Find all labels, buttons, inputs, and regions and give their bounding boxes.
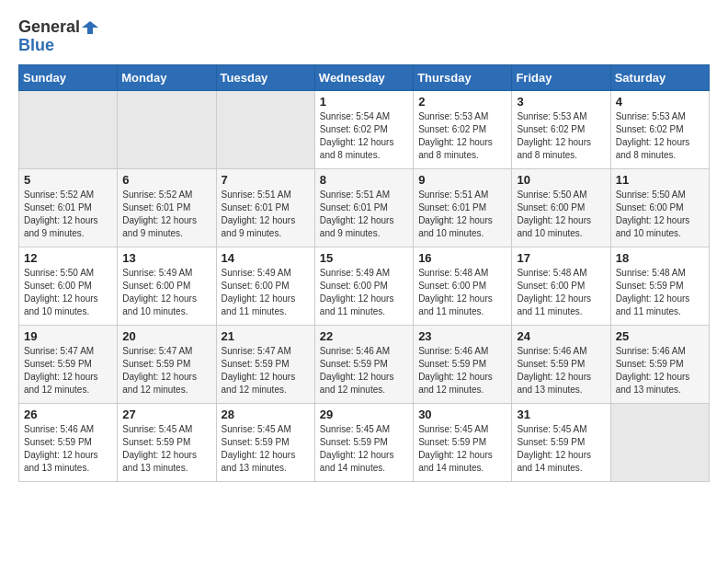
calendar-cell-29: 29Sunrise: 5:45 AMSunset: 5:59 PMDayligh…: [314, 403, 413, 481]
day-number: 10: [517, 173, 605, 187]
day-info: Sunrise: 5:48 AMSunset: 5:59 PMDaylight:…: [616, 267, 704, 318]
day-number: 25: [616, 329, 704, 343]
day-number: 9: [418, 173, 506, 187]
day-number: 24: [517, 329, 605, 343]
day-info: Sunrise: 5:46 AMSunset: 5:59 PMDaylight:…: [320, 345, 408, 396]
day-number: 15: [320, 251, 408, 265]
day-number: 23: [418, 329, 506, 343]
day-number: 8: [320, 173, 408, 187]
week-row-1: 1Sunrise: 5:54 AMSunset: 6:02 PMDaylight…: [19, 90, 710, 168]
day-number: 19: [24, 329, 112, 343]
day-info: Sunrise: 5:53 AMSunset: 6:02 PMDaylight:…: [418, 110, 506, 162]
calendar-cell-4: 4Sunrise: 5:53 AMSunset: 6:02 PMDaylight…: [610, 90, 709, 168]
calendar-cell-empty: [19, 90, 118, 168]
day-info: Sunrise: 5:45 AMSunset: 5:59 PMDaylight:…: [320, 423, 408, 475]
calendar-cell-8: 8Sunrise: 5:51 AMSunset: 6:01 PMDaylight…: [314, 168, 413, 247]
weekday-header-thursday: Thursday: [414, 64, 512, 90]
day-info: Sunrise: 5:54 AMSunset: 6:02 PMDaylight:…: [320, 110, 408, 162]
calendar-cell-17: 17Sunrise: 5:48 AMSunset: 6:00 PMDayligh…: [512, 247, 610, 325]
weekday-header-friday: Friday: [512, 64, 610, 90]
calendar-cell-22: 22Sunrise: 5:46 AMSunset: 5:59 PMDayligh…: [314, 325, 413, 403]
weekday-header-wednesday: Wednesday: [314, 64, 413, 90]
calendar-cell-6: 6Sunrise: 5:52 AMSunset: 6:01 PMDaylight…: [118, 168, 216, 247]
calendar-cell-25: 25Sunrise: 5:46 AMSunset: 5:59 PMDayligh…: [610, 325, 709, 403]
day-number: 20: [122, 329, 210, 343]
calendar-cell-21: 21Sunrise: 5:47 AMSunset: 5:59 PMDayligh…: [216, 325, 314, 403]
calendar-cell-empty: [118, 90, 216, 168]
day-number: 21: [222, 329, 310, 343]
day-info: Sunrise: 5:47 AMSunset: 5:59 PMDaylight:…: [24, 345, 112, 396]
calendar-cell-15: 15Sunrise: 5:49 AMSunset: 6:00 PMDayligh…: [314, 247, 413, 325]
weekday-header-saturday: Saturday: [610, 64, 709, 90]
calendar-cell-empty: [216, 90, 314, 168]
day-number: 16: [418, 251, 506, 265]
calendar-cell-7: 7Sunrise: 5:51 AMSunset: 6:01 PMDaylight…: [216, 168, 314, 247]
day-number: 27: [122, 408, 210, 421]
day-info: Sunrise: 5:46 AMSunset: 5:59 PMDaylight:…: [616, 345, 704, 396]
day-number: 1: [320, 95, 408, 109]
day-info: Sunrise: 5:46 AMSunset: 5:59 PMDaylight:…: [24, 423, 112, 475]
day-info: Sunrise: 5:45 AMSunset: 5:59 PMDaylight:…: [122, 423, 210, 475]
calendar-cell-31: 31Sunrise: 5:45 AMSunset: 5:59 PMDayligh…: [512, 403, 610, 481]
day-info: Sunrise: 5:48 AMSunset: 6:00 PMDaylight:…: [517, 267, 605, 318]
calendar-body: 1Sunrise: 5:54 AMSunset: 6:02 PMDaylight…: [19, 90, 710, 481]
calendar-cell-16: 16Sunrise: 5:48 AMSunset: 6:00 PMDayligh…: [414, 247, 512, 325]
weekday-header-row: SundayMondayTuesdayWednesdayThursdayFrid…: [19, 64, 710, 90]
day-info: Sunrise: 5:49 AMSunset: 6:00 PMDaylight:…: [320, 267, 408, 318]
day-number: 29: [320, 408, 408, 421]
day-info: Sunrise: 5:53 AMSunset: 6:02 PMDaylight:…: [517, 110, 605, 162]
calendar-table: SundayMondayTuesdayWednesdayThursdayFrid…: [18, 64, 710, 482]
day-number: 18: [616, 251, 704, 265]
calendar-cell-11: 11Sunrise: 5:50 AMSunset: 6:00 PMDayligh…: [610, 168, 709, 247]
calendar-cell-30: 30Sunrise: 5:45 AMSunset: 5:59 PMDayligh…: [414, 403, 512, 481]
day-info: Sunrise: 5:45 AMSunset: 5:59 PMDaylight:…: [418, 423, 506, 475]
day-number: 12: [24, 251, 112, 265]
day-info: Sunrise: 5:51 AMSunset: 6:01 PMDaylight:…: [320, 189, 408, 240]
calendar-cell-9: 9Sunrise: 5:51 AMSunset: 6:01 PMDaylight…: [414, 168, 512, 247]
calendar-cell-1: 1Sunrise: 5:54 AMSunset: 6:02 PMDaylight…: [314, 90, 413, 168]
day-info: Sunrise: 5:51 AMSunset: 6:01 PMDaylight:…: [418, 189, 506, 240]
day-info: Sunrise: 5:52 AMSunset: 6:01 PMDaylight:…: [24, 189, 112, 240]
calendar-cell-26: 26Sunrise: 5:46 AMSunset: 5:59 PMDayligh…: [19, 403, 118, 481]
page-header: General Blue: [18, 18, 710, 55]
week-row-4: 19Sunrise: 5:47 AMSunset: 5:59 PMDayligh…: [19, 325, 710, 403]
calendar-cell-19: 19Sunrise: 5:47 AMSunset: 5:59 PMDayligh…: [19, 325, 118, 403]
logo-bird-icon: [82, 19, 98, 36]
day-info: Sunrise: 5:45 AMSunset: 5:59 PMDaylight:…: [517, 423, 605, 475]
calendar-cell-10: 10Sunrise: 5:50 AMSunset: 6:00 PMDayligh…: [512, 168, 610, 247]
calendar-cell-3: 3Sunrise: 5:53 AMSunset: 6:02 PMDaylight…: [512, 90, 610, 168]
day-number: 22: [320, 329, 408, 343]
day-number: 11: [616, 173, 704, 187]
day-number: 28: [222, 408, 310, 421]
calendar-cell-27: 27Sunrise: 5:45 AMSunset: 5:59 PMDayligh…: [118, 403, 216, 481]
calendar-cell-24: 24Sunrise: 5:46 AMSunset: 5:59 PMDayligh…: [512, 325, 610, 403]
day-number: 7: [222, 173, 310, 187]
calendar-cell-13: 13Sunrise: 5:49 AMSunset: 6:00 PMDayligh…: [118, 247, 216, 325]
day-number: 2: [418, 95, 506, 109]
day-info: Sunrise: 5:46 AMSunset: 5:59 PMDaylight:…: [418, 345, 506, 396]
week-row-2: 5Sunrise: 5:52 AMSunset: 6:01 PMDaylight…: [19, 168, 710, 247]
calendar-cell-23: 23Sunrise: 5:46 AMSunset: 5:59 PMDayligh…: [414, 325, 512, 403]
calendar-cell-18: 18Sunrise: 5:48 AMSunset: 5:59 PMDayligh…: [610, 247, 709, 325]
calendar-cell-28: 28Sunrise: 5:45 AMSunset: 5:59 PMDayligh…: [216, 403, 314, 481]
day-info: Sunrise: 5:49 AMSunset: 6:00 PMDaylight:…: [222, 267, 310, 318]
day-number: 13: [122, 251, 210, 265]
day-number: 3: [517, 95, 605, 109]
day-info: Sunrise: 5:49 AMSunset: 6:00 PMDaylight:…: [122, 267, 210, 318]
day-info: Sunrise: 5:53 AMSunset: 6:02 PMDaylight:…: [616, 110, 704, 162]
day-number: 6: [122, 173, 210, 187]
day-info: Sunrise: 5:52 AMSunset: 6:01 PMDaylight:…: [122, 189, 210, 240]
day-info: Sunrise: 5:51 AMSunset: 6:01 PMDaylight:…: [222, 189, 310, 240]
weekday-header-tuesday: Tuesday: [216, 64, 314, 90]
day-number: 17: [517, 251, 605, 265]
week-row-5: 26Sunrise: 5:46 AMSunset: 5:59 PMDayligh…: [19, 403, 710, 481]
day-info: Sunrise: 5:45 AMSunset: 5:59 PMDaylight:…: [222, 423, 310, 475]
day-info: Sunrise: 5:50 AMSunset: 6:00 PMDaylight:…: [517, 189, 605, 240]
day-info: Sunrise: 5:47 AMSunset: 5:59 PMDaylight:…: [122, 345, 210, 396]
week-row-3: 12Sunrise: 5:50 AMSunset: 6:00 PMDayligh…: [19, 247, 710, 325]
calendar-cell-5: 5Sunrise: 5:52 AMSunset: 6:01 PMDaylight…: [19, 168, 118, 247]
day-number: 30: [418, 408, 506, 421]
day-info: Sunrise: 5:46 AMSunset: 5:59 PMDaylight:…: [517, 345, 605, 396]
day-number: 14: [222, 251, 310, 265]
day-info: Sunrise: 5:47 AMSunset: 5:59 PMDaylight:…: [222, 345, 310, 396]
